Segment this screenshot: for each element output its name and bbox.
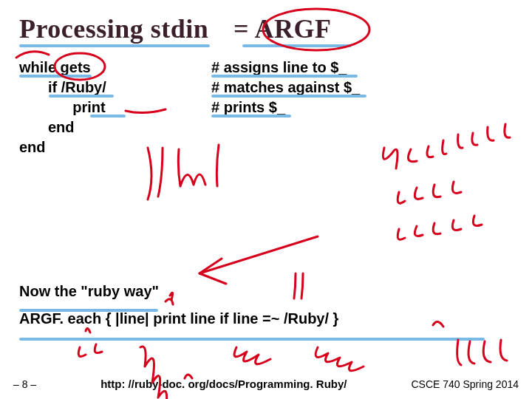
code-block: while gets # assigns line to $_ if /Ruby… bbox=[19, 58, 513, 157]
code-row: end bbox=[19, 117, 513, 137]
code-row: end bbox=[19, 137, 513, 157]
footer: – 8 – http: //ruby-doc. org/docs/Program… bbox=[0, 378, 532, 390]
title-underline-left bbox=[19, 44, 210, 47]
underline bbox=[49, 95, 114, 98]
title-underline-right bbox=[242, 44, 352, 47]
footer-url: http: //ruby-doc. org/docs/Programming. … bbox=[36, 378, 411, 390]
footer-course: CSCE 740 Spring 2014 bbox=[411, 378, 519, 390]
underline bbox=[90, 115, 126, 117]
code-left: end bbox=[19, 137, 211, 157]
argf-each-line: ARGF. each { |line| print line if line =… bbox=[19, 310, 513, 327]
page-number: – 8 – bbox=[13, 378, 36, 390]
code-left: if /Ruby/ bbox=[19, 78, 211, 98]
code-left: end bbox=[19, 117, 211, 137]
underline bbox=[211, 115, 291, 117]
title-right: = ARGF bbox=[233, 14, 332, 44]
underline bbox=[211, 95, 366, 98]
underline bbox=[19, 75, 92, 78]
slide-title: Processing stdin = ARGF bbox=[19, 13, 513, 44]
now-heading: Now the "ruby way" bbox=[19, 283, 513, 300]
underline bbox=[19, 309, 158, 312]
underline bbox=[211, 75, 358, 78]
title-left: Processing stdin bbox=[19, 14, 208, 44]
underline bbox=[19, 338, 485, 341]
